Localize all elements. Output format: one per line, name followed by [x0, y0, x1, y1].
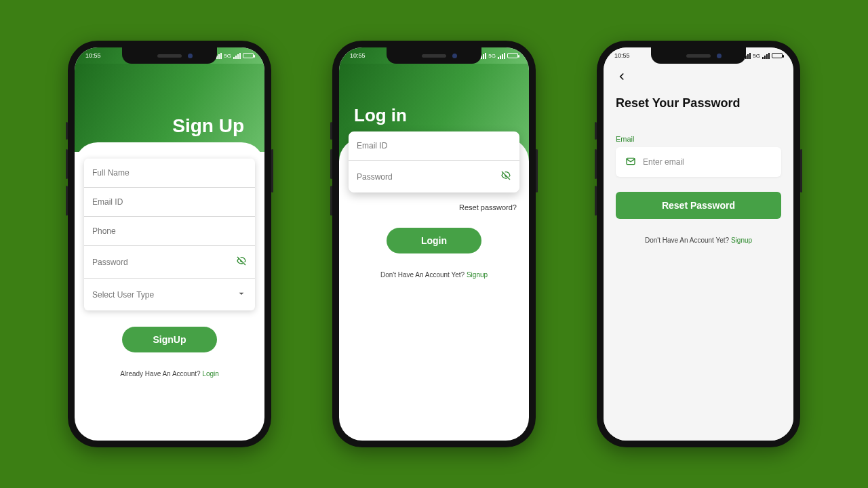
reset-footer: Don't Have An Account Yet? Signup [616, 237, 781, 244]
usertype-select[interactable]: Select User Type [84, 279, 255, 310]
password-field[interactable]: Password [349, 161, 519, 192]
phone-login: 10:55 HD 5G Log in Email ID Password [332, 41, 536, 447]
page-title: Sign Up [172, 115, 244, 137]
battery-icon [507, 53, 518, 58]
login-form-card: Email ID Password [349, 131, 519, 192]
phone-signup: 10:55 HD 5G Sign Up Full Name Email ID [68, 41, 271, 447]
login-link[interactable]: Login [202, 370, 218, 378]
email-field[interactable]: Email ID [349, 131, 519, 161]
eye-off-icon[interactable] [236, 256, 247, 268]
signup-button[interactable]: SignUp [122, 327, 217, 352]
back-button[interactable] [616, 70, 781, 85]
signup-header: Sign Up [75, 64, 264, 152]
notch [387, 47, 481, 64]
phone-field[interactable]: Phone [84, 217, 255, 246]
login-button[interactable]: Login [387, 228, 481, 253]
page-title: Log in [354, 105, 407, 126]
signal-icon [233, 53, 241, 59]
chevron-down-icon [236, 288, 247, 301]
password-field[interactable]: Password [84, 246, 255, 279]
signup-link[interactable]: Signup [731, 237, 752, 244]
signup-footer: Already Have An Account? Login [84, 370, 255, 378]
page-title: Reset Your Password [616, 96, 781, 110]
reset-password-button[interactable]: Reset Password [616, 192, 781, 219]
notch [122, 47, 217, 64]
status-time: 10:55 [614, 52, 630, 59]
eye-off-icon[interactable] [500, 170, 511, 183]
email-label: Email [616, 135, 781, 143]
status-time: 10:55 [350, 52, 366, 59]
phone-reset: 10:55 HD 5G Reset Your Password Email En… [597, 41, 800, 447]
email-field[interactable]: Enter email [616, 147, 781, 177]
battery-icon [772, 53, 783, 58]
reset-password-link[interactable]: Reset password? [349, 203, 519, 211]
fullname-field[interactable]: Full Name [84, 159, 255, 188]
notch [651, 47, 746, 64]
signup-link[interactable]: Signup [467, 271, 488, 279]
email-field[interactable]: Email ID [84, 188, 255, 217]
battery-icon [243, 53, 254, 58]
login-footer: Don't Have An Account Yet? Signup [349, 271, 519, 279]
status-time: 10:55 [85, 52, 101, 59]
signal-icon [498, 53, 505, 59]
signup-form-card: Full Name Email ID Phone Password Select… [84, 159, 255, 310]
mail-icon [625, 156, 636, 169]
signal-icon [762, 53, 770, 59]
